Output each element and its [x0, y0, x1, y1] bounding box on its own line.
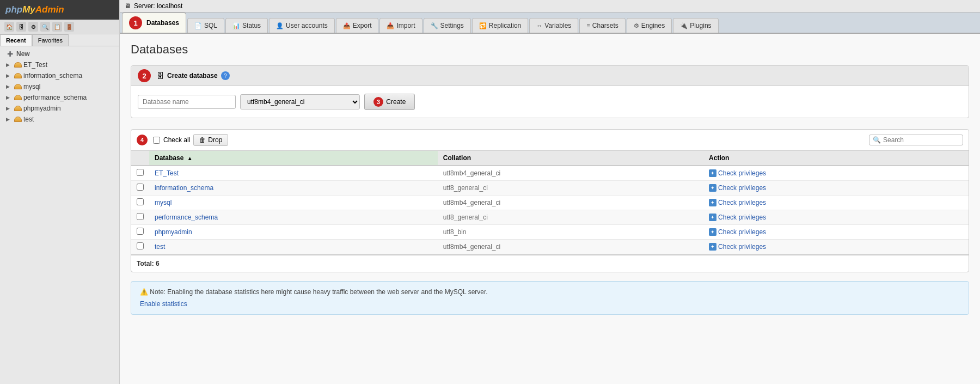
check-priv-label: Check privileges: [718, 243, 766, 251]
row-collation: utf8_bin: [438, 225, 703, 240]
priv-icon: ✦: [709, 228, 716, 236]
expand-icon: ▶: [3, 104, 12, 113]
col-database[interactable]: Database ▲: [149, 151, 438, 166]
create-database-section: 2 🗄 Create database ? utf8mb4_general_ci…: [131, 65, 969, 118]
tab-replication[interactable]: 🔁 Replication: [472, 18, 528, 33]
tab-variables[interactable]: ↔ Variables: [529, 18, 578, 33]
sidebar-item-test[interactable]: ▶ test: [0, 114, 119, 125]
tab-plugins-label: Plugins: [690, 22, 711, 29]
expand-icon: ▶: [3, 82, 12, 91]
warning-icon: ⚠️: [140, 288, 148, 296]
db-name-link[interactable]: information_schema: [155, 184, 213, 192]
check-privileges-link[interactable]: ✦ Check privileges: [709, 199, 963, 206]
check-privileges-link[interactable]: ✦ Check privileges: [709, 214, 963, 221]
content-area: Databases 2 🗄 Create database ? utf8mb4_…: [120, 34, 980, 384]
note-text: ⚠️ Note: Enabling the database statistic…: [140, 288, 960, 296]
tab-charsets[interactable]: ≡ Charsets: [579, 18, 625, 33]
export-icon: 📤: [343, 22, 351, 29]
db-name-link[interactable]: phpmyadmin: [155, 228, 192, 236]
database-name-input[interactable]: [138, 95, 236, 109]
refresh-icon[interactable]: 🗄: [16, 22, 26, 32]
create-db-label: Create database: [167, 72, 218, 80]
tab-databases[interactable]: 1 Databases: [122, 13, 186, 33]
tab-export[interactable]: 📤 Export: [336, 18, 379, 33]
search-icon: 🔍: [873, 136, 881, 144]
db-name-link[interactable]: ET_Test: [155, 169, 179, 177]
row-checkbox[interactable]: [137, 169, 144, 176]
row-collation: utf8mb4_general_ci: [438, 166, 703, 181]
table-row: performance_schema utf8_general_ci ✦ Che…: [131, 210, 969, 225]
priv-icon: ✦: [709, 169, 716, 177]
main-area: 🖥 Server: localhost 1 Databases 📄 SQL 📊 …: [120, 0, 980, 384]
help-icon[interactable]: ?: [221, 71, 230, 80]
tab-replication-label: Replication: [489, 22, 521, 29]
tab-charsets-label: Charsets: [592, 22, 618, 29]
new-icon: ➕: [5, 50, 14, 58]
check-privileges-link[interactable]: ✦ Check privileges: [709, 169, 963, 177]
search-input[interactable]: [883, 136, 959, 144]
sidebar-item-et-test[interactable]: ▶ ET_Test: [0, 59, 119, 70]
check-privileges-link[interactable]: ✦ Check privileges: [709, 228, 963, 236]
drop-button[interactable]: 🗑 Drop: [193, 134, 228, 146]
status-icon: 📊: [232, 22, 240, 29]
tab-settings[interactable]: 🔧 Settings: [424, 18, 471, 33]
db-icon: [14, 95, 22, 100]
sidebar-item-phpmyadmin[interactable]: ▶ phpmyadmin: [0, 103, 119, 114]
settings-icon[interactable]: ⚙: [28, 22, 38, 32]
check-privileges-link[interactable]: ✦ Check privileges: [709, 184, 963, 192]
tab-import-label: Import: [396, 22, 415, 29]
create-button[interactable]: 3 Create: [364, 94, 415, 110]
row-collation: utf8mb4_general_ci: [438, 240, 703, 254]
sidebar-item-information-schema[interactable]: ▶ information_schema: [0, 70, 119, 81]
check-privileges-link[interactable]: ✦ Check privileges: [709, 243, 963, 251]
col-collation[interactable]: Collation: [438, 151, 703, 166]
toolbar-left: 4 Check all 🗑 Drop: [137, 134, 228, 146]
exit-icon[interactable]: 🚪: [64, 22, 74, 32]
drop-label: Drop: [208, 136, 222, 144]
collation-select[interactable]: utf8mb4_general_ci utf8_general_ci latin…: [240, 94, 360, 109]
db-name-link[interactable]: test: [155, 243, 165, 251]
tab-bar: 1 Databases 📄 SQL 📊 Status 👤 User accoun…: [120, 13, 980, 34]
row-checkbox[interactable]: [137, 228, 144, 235]
config-icon[interactable]: 📋: [52, 22, 62, 32]
tab-user-accounts[interactable]: 👤 User accounts: [269, 18, 335, 33]
step4-circle: 4: [137, 135, 148, 145]
search-icon[interactable]: 🔍: [40, 22, 50, 32]
enable-statistics-link[interactable]: Enable statistics: [140, 300, 187, 308]
create-db-header: 2 🗄 Create database ?: [131, 66, 969, 86]
col-action[interactable]: Action: [703, 151, 969, 166]
tab-plugins[interactable]: 🔌 Plugins: [673, 18, 718, 33]
row-checkbox[interactable]: [137, 198, 144, 205]
tab-sql[interactable]: 📄 SQL: [187, 18, 224, 33]
col-checkbox: [131, 151, 149, 166]
favorites-tab[interactable]: Favorites: [32, 34, 69, 46]
create-db-icon: 🗄: [156, 71, 164, 80]
replication-icon: 🔁: [479, 22, 487, 29]
recent-tab[interactable]: Recent: [0, 34, 32, 46]
sidebar-item-mysql[interactable]: ▶ mysql: [0, 81, 119, 92]
tab-status[interactable]: 📊 Status: [225, 18, 268, 33]
check-priv-label: Check privileges: [718, 214, 766, 221]
expand-icon: ▶: [3, 60, 12, 69]
row-checkbox[interactable]: [137, 213, 144, 220]
tab-engines[interactable]: ⚙ Engines: [627, 18, 672, 33]
db-name-link[interactable]: performance_schema: [155, 214, 218, 221]
tab-engines-label: Engines: [641, 22, 665, 29]
step2-circle: 2: [138, 69, 151, 82]
row-checkbox[interactable]: [137, 184, 144, 191]
sidebar-item-performance-schema[interactable]: ▶ performance_schema: [0, 92, 119, 103]
row-checkbox[interactable]: [137, 242, 144, 249]
tab-databases-label: Databases: [146, 19, 179, 27]
expand-icon: ▶: [3, 115, 12, 124]
db-name-link[interactable]: mysql: [155, 199, 171, 206]
home-icon[interactable]: 🏠: [4, 22, 14, 32]
check-all-checkbox[interactable]: [153, 137, 160, 144]
sort-arrow-icon: ▲: [187, 155, 193, 161]
database-table-section: 4 Check all 🗑 Drop 🔍: [131, 129, 969, 272]
priv-icon: ✦: [709, 214, 716, 221]
sidebar-item-new[interactable]: ➕ New: [0, 48, 119, 59]
search-box: 🔍: [869, 135, 963, 145]
tab-import[interactable]: 📥 Import: [379, 18, 422, 33]
check-all-label: Check all: [163, 136, 190, 144]
tab-user-accounts-label: User accounts: [286, 22, 328, 29]
